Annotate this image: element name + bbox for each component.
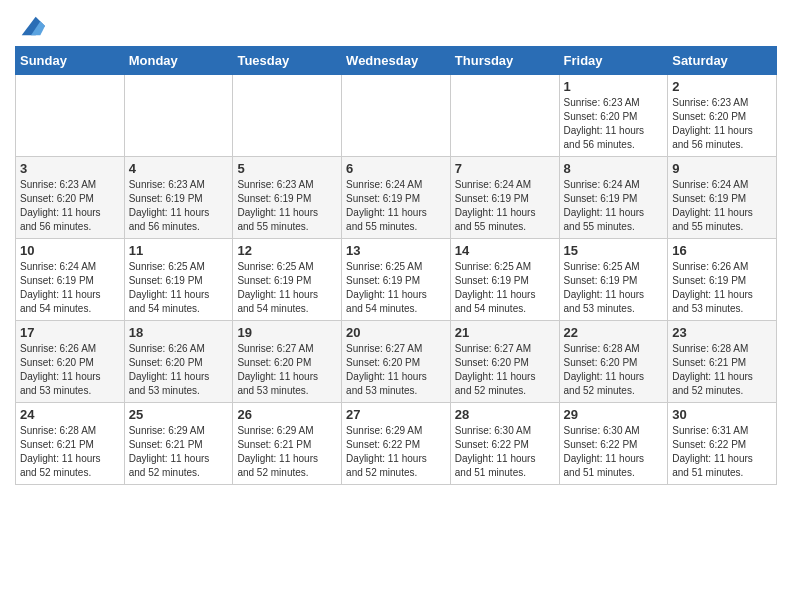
day-cell: 8Sunrise: 6:24 AM Sunset: 6:19 PM Daylig… xyxy=(559,157,668,239)
day-cell xyxy=(233,75,342,157)
day-number: 16 xyxy=(672,243,772,258)
day-cell: 21Sunrise: 6:27 AM Sunset: 6:20 PM Dayli… xyxy=(450,321,559,403)
day-info: Sunrise: 6:27 AM Sunset: 6:20 PM Dayligh… xyxy=(455,342,555,398)
day-cell: 22Sunrise: 6:28 AM Sunset: 6:20 PM Dayli… xyxy=(559,321,668,403)
day-cell: 12Sunrise: 6:25 AM Sunset: 6:19 PM Dayli… xyxy=(233,239,342,321)
day-cell: 13Sunrise: 6:25 AM Sunset: 6:19 PM Dayli… xyxy=(342,239,451,321)
day-cell: 25Sunrise: 6:29 AM Sunset: 6:21 PM Dayli… xyxy=(124,403,233,485)
day-number: 5 xyxy=(237,161,337,176)
day-number: 22 xyxy=(564,325,664,340)
day-number: 29 xyxy=(564,407,664,422)
header-cell-monday: Monday xyxy=(124,47,233,75)
day-info: Sunrise: 6:27 AM Sunset: 6:20 PM Dayligh… xyxy=(237,342,337,398)
day-cell: 28Sunrise: 6:30 AM Sunset: 6:22 PM Dayli… xyxy=(450,403,559,485)
day-cell: 4Sunrise: 6:23 AM Sunset: 6:19 PM Daylig… xyxy=(124,157,233,239)
day-number: 27 xyxy=(346,407,446,422)
day-info: Sunrise: 6:23 AM Sunset: 6:19 PM Dayligh… xyxy=(129,178,229,234)
day-cell xyxy=(16,75,125,157)
day-number: 10 xyxy=(20,243,120,258)
day-number: 23 xyxy=(672,325,772,340)
day-cell: 15Sunrise: 6:25 AM Sunset: 6:19 PM Dayli… xyxy=(559,239,668,321)
day-info: Sunrise: 6:24 AM Sunset: 6:19 PM Dayligh… xyxy=(455,178,555,234)
day-cell: 29Sunrise: 6:30 AM Sunset: 6:22 PM Dayli… xyxy=(559,403,668,485)
header-cell-saturday: Saturday xyxy=(668,47,777,75)
day-number: 18 xyxy=(129,325,229,340)
header-cell-wednesday: Wednesday xyxy=(342,47,451,75)
day-cell: 19Sunrise: 6:27 AM Sunset: 6:20 PM Dayli… xyxy=(233,321,342,403)
day-number: 17 xyxy=(20,325,120,340)
header-cell-tuesday: Tuesday xyxy=(233,47,342,75)
day-cell: 30Sunrise: 6:31 AM Sunset: 6:22 PM Dayli… xyxy=(668,403,777,485)
day-number: 14 xyxy=(455,243,555,258)
day-info: Sunrise: 6:23 AM Sunset: 6:20 PM Dayligh… xyxy=(20,178,120,234)
header-cell-sunday: Sunday xyxy=(16,47,125,75)
day-number: 11 xyxy=(129,243,229,258)
day-info: Sunrise: 6:26 AM Sunset: 6:20 PM Dayligh… xyxy=(129,342,229,398)
day-info: Sunrise: 6:29 AM Sunset: 6:21 PM Dayligh… xyxy=(129,424,229,480)
day-info: Sunrise: 6:28 AM Sunset: 6:21 PM Dayligh… xyxy=(672,342,772,398)
day-info: Sunrise: 6:25 AM Sunset: 6:19 PM Dayligh… xyxy=(455,260,555,316)
day-cell: 11Sunrise: 6:25 AM Sunset: 6:19 PM Dayli… xyxy=(124,239,233,321)
day-info: Sunrise: 6:24 AM Sunset: 6:19 PM Dayligh… xyxy=(672,178,772,234)
day-info: Sunrise: 6:23 AM Sunset: 6:20 PM Dayligh… xyxy=(672,96,772,152)
day-info: Sunrise: 6:30 AM Sunset: 6:22 PM Dayligh… xyxy=(455,424,555,480)
day-info: Sunrise: 6:23 AM Sunset: 6:20 PM Dayligh… xyxy=(564,96,664,152)
week-row-3: 17Sunrise: 6:26 AM Sunset: 6:20 PM Dayli… xyxy=(16,321,777,403)
day-info: Sunrise: 6:24 AM Sunset: 6:19 PM Dayligh… xyxy=(346,178,446,234)
day-cell: 24Sunrise: 6:28 AM Sunset: 6:21 PM Dayli… xyxy=(16,403,125,485)
day-info: Sunrise: 6:25 AM Sunset: 6:19 PM Dayligh… xyxy=(129,260,229,316)
day-number: 15 xyxy=(564,243,664,258)
day-cell: 5Sunrise: 6:23 AM Sunset: 6:19 PM Daylig… xyxy=(233,157,342,239)
day-number: 6 xyxy=(346,161,446,176)
calendar-table: SundayMondayTuesdayWednesdayThursdayFrid… xyxy=(15,46,777,485)
logo xyxy=(15,16,45,40)
week-row-0: 1Sunrise: 6:23 AM Sunset: 6:20 PM Daylig… xyxy=(16,75,777,157)
day-cell: 23Sunrise: 6:28 AM Sunset: 6:21 PM Dayli… xyxy=(668,321,777,403)
day-info: Sunrise: 6:24 AM Sunset: 6:19 PM Dayligh… xyxy=(564,178,664,234)
day-cell: 2Sunrise: 6:23 AM Sunset: 6:20 PM Daylig… xyxy=(668,75,777,157)
day-info: Sunrise: 6:28 AM Sunset: 6:20 PM Dayligh… xyxy=(564,342,664,398)
header-cell-friday: Friday xyxy=(559,47,668,75)
day-info: Sunrise: 6:25 AM Sunset: 6:19 PM Dayligh… xyxy=(346,260,446,316)
day-info: Sunrise: 6:29 AM Sunset: 6:21 PM Dayligh… xyxy=(237,424,337,480)
day-number: 1 xyxy=(564,79,664,94)
day-cell: 10Sunrise: 6:24 AM Sunset: 6:19 PM Dayli… xyxy=(16,239,125,321)
day-number: 2 xyxy=(672,79,772,94)
day-info: Sunrise: 6:24 AM Sunset: 6:19 PM Dayligh… xyxy=(20,260,120,316)
day-number: 7 xyxy=(455,161,555,176)
day-number: 8 xyxy=(564,161,664,176)
day-cell: 3Sunrise: 6:23 AM Sunset: 6:20 PM Daylig… xyxy=(16,157,125,239)
day-info: Sunrise: 6:23 AM Sunset: 6:19 PM Dayligh… xyxy=(237,178,337,234)
page: SundayMondayTuesdayWednesdayThursdayFrid… xyxy=(0,0,792,500)
day-number: 30 xyxy=(672,407,772,422)
week-row-4: 24Sunrise: 6:28 AM Sunset: 6:21 PM Dayli… xyxy=(16,403,777,485)
day-number: 13 xyxy=(346,243,446,258)
day-number: 20 xyxy=(346,325,446,340)
day-cell: 9Sunrise: 6:24 AM Sunset: 6:19 PM Daylig… xyxy=(668,157,777,239)
calendar-body: 1Sunrise: 6:23 AM Sunset: 6:20 PM Daylig… xyxy=(16,75,777,485)
day-info: Sunrise: 6:29 AM Sunset: 6:22 PM Dayligh… xyxy=(346,424,446,480)
week-row-1: 3Sunrise: 6:23 AM Sunset: 6:20 PM Daylig… xyxy=(16,157,777,239)
day-number: 25 xyxy=(129,407,229,422)
day-number: 24 xyxy=(20,407,120,422)
header xyxy=(15,10,777,40)
day-number: 9 xyxy=(672,161,772,176)
day-info: Sunrise: 6:30 AM Sunset: 6:22 PM Dayligh… xyxy=(564,424,664,480)
day-cell: 7Sunrise: 6:24 AM Sunset: 6:19 PM Daylig… xyxy=(450,157,559,239)
day-number: 21 xyxy=(455,325,555,340)
day-cell: 20Sunrise: 6:27 AM Sunset: 6:20 PM Dayli… xyxy=(342,321,451,403)
day-cell xyxy=(124,75,233,157)
day-number: 28 xyxy=(455,407,555,422)
day-info: Sunrise: 6:31 AM Sunset: 6:22 PM Dayligh… xyxy=(672,424,772,480)
day-cell: 1Sunrise: 6:23 AM Sunset: 6:20 PM Daylig… xyxy=(559,75,668,157)
day-info: Sunrise: 6:28 AM Sunset: 6:21 PM Dayligh… xyxy=(20,424,120,480)
day-cell: 14Sunrise: 6:25 AM Sunset: 6:19 PM Dayli… xyxy=(450,239,559,321)
day-number: 3 xyxy=(20,161,120,176)
day-info: Sunrise: 6:26 AM Sunset: 6:19 PM Dayligh… xyxy=(672,260,772,316)
day-number: 4 xyxy=(129,161,229,176)
day-cell: 26Sunrise: 6:29 AM Sunset: 6:21 PM Dayli… xyxy=(233,403,342,485)
logo-icon xyxy=(17,12,45,40)
day-cell xyxy=(450,75,559,157)
day-number: 26 xyxy=(237,407,337,422)
day-info: Sunrise: 6:25 AM Sunset: 6:19 PM Dayligh… xyxy=(564,260,664,316)
